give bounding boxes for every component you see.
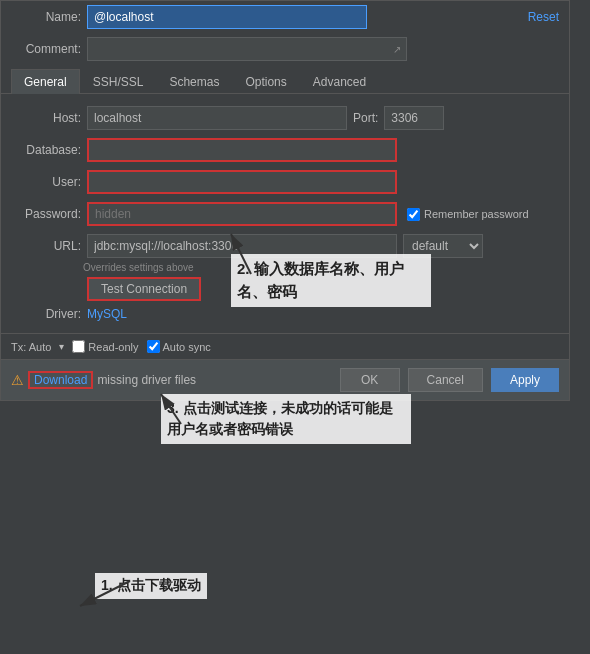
comment-input[interactable] [87,37,407,61]
tx-chevron: ▾ [59,341,64,352]
warning-row: ⚠ Download missing driver files [11,371,332,389]
remember-password-text: Remember password [424,208,529,220]
connection-settings-dialog: Name: Reset Comment: ↗ General SSH/SSL S… [0,0,570,401]
auto-sync-text: Auto sync [163,341,211,353]
url-label: URL: [11,239,81,253]
name-input[interactable] [87,5,367,29]
comment-label: Comment: [11,42,81,56]
ok-button[interactable]: OK [340,368,400,392]
svg-line-5 [80,581,130,606]
password-input[interactable] [87,202,397,226]
password-row: Password: Remember password [1,198,569,230]
tab-advanced[interactable]: Advanced [300,69,379,94]
cancel-button[interactable]: Cancel [408,368,483,392]
annotation-2: 2. 输入数据库名称、用户名、密码 [231,254,431,307]
read-only-label[interactable]: Read-only [72,340,138,353]
annotation-3: 3. 点击测试连接，未成功的话可能是用户名或者密码错误 [161,394,411,444]
warning-icon: ⚠ [11,372,24,388]
read-only-checkbox[interactable] [72,340,85,353]
host-row: Host: Port: [1,102,569,134]
database-row: Database: [1,134,569,166]
bottom-strip: Tx: Auto ▾ Read-only Auto sync [1,333,569,359]
tab-sshssl[interactable]: SSH/SSL [80,69,157,94]
warning-text: missing driver files [97,373,196,387]
reset-link[interactable]: Reset [528,10,559,24]
auto-sync-label[interactable]: Auto sync [147,340,211,353]
remember-password-label[interactable]: Remember password [407,208,529,221]
tx-label: Tx: Auto [11,341,51,353]
password-label: Password: [11,207,81,221]
arrow-1-svg [60,576,140,616]
test-connection-button[interactable]: Test Connection [87,277,201,301]
driver-link[interactable]: MySQL [87,307,127,321]
name-row-right: Reset [373,10,559,24]
name-label: Name: [11,10,81,24]
tab-content-general: Host: Port: Database: User: Password: Re… [1,94,569,333]
user-input[interactable] [87,170,397,194]
tab-schemas[interactable]: Schemas [156,69,232,94]
driver-label: Driver: [11,307,81,321]
comment-input-wrap: ↗ [87,37,407,61]
port-label: Port: [353,111,378,125]
tab-general[interactable]: General [11,69,80,94]
comment-row: Comment: ↗ [1,33,569,65]
expand-icon[interactable]: ↗ [393,44,401,55]
auto-sync-checkbox[interactable] [147,340,160,353]
port-input[interactable] [384,106,444,130]
user-label: User: [11,175,81,189]
tabs-bar: General SSH/SSL Schemas Options Advanced [1,69,569,94]
download-link[interactable]: Download [28,371,93,389]
apply-button[interactable]: Apply [491,368,559,392]
annotation-1: 1. 点击下载驱动 [95,573,207,599]
name-row: Name: Reset [1,1,569,33]
host-input[interactable] [87,106,347,130]
database-input[interactable] [87,138,397,162]
database-label: Database: [11,143,81,157]
read-only-text: Read-only [88,341,138,353]
host-label: Host: [11,111,81,125]
name-input-wrap [87,5,367,29]
tab-options[interactable]: Options [232,69,299,94]
remember-password-checkbox[interactable] [407,208,420,221]
user-row: User: [1,166,569,198]
